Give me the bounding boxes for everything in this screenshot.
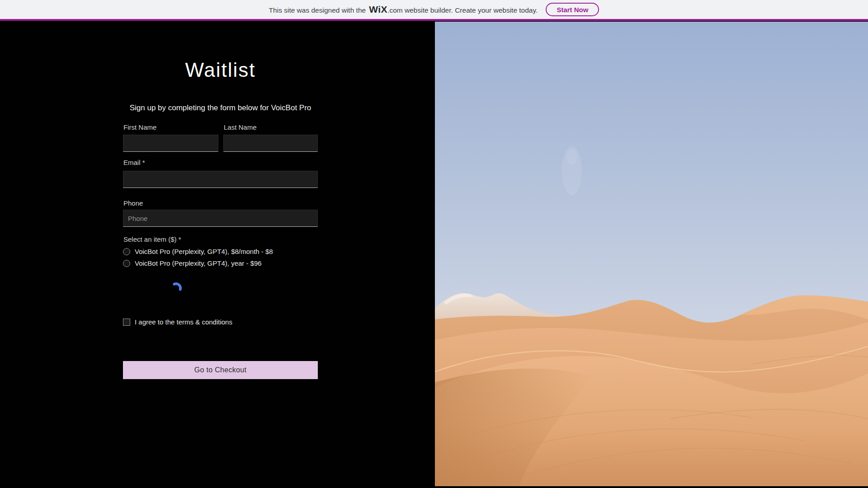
terms-checkbox-label[interactable]: I agree to the terms & conditions: [135, 318, 232, 326]
desert-image: [435, 21, 868, 486]
first-name-label: First Name: [123, 123, 156, 131]
banner-message: This site was designed with theWiX.com w…: [269, 4, 538, 15]
loading-spinner-icon: [170, 282, 182, 294]
email-label: Email *: [123, 159, 145, 166]
terms-checkbox[interactable]: [123, 319, 130, 326]
wix-logo: WiX: [369, 4, 387, 14]
waitlist-panel: Waitlist Sign up by completing the form …: [0, 21, 435, 486]
plan-option-monthly[interactable]: VoicBot Pro (Perplexity, GPT4), $8/month…: [123, 248, 273, 255]
desert-dunes-illustration: [435, 22, 868, 486]
plan-option-monthly-label[interactable]: VoicBot Pro (Perplexity, GPT4), $8/month…: [135, 248, 273, 255]
radio-monthly-icon[interactable]: [123, 248, 130, 255]
start-now-button[interactable]: Start Now: [546, 3, 599, 16]
plan-option-yearly-label[interactable]: VoicBot Pro (Perplexity, GPT4), year - $…: [135, 259, 262, 267]
last-name-label: Last Name: [224, 123, 257, 131]
form-subtitle: Sign up by completing the form below for…: [123, 103, 318, 113]
phone-input[interactable]: [123, 210, 318, 227]
waitlist-form: Waitlist Sign up by completing the form …: [123, 21, 318, 486]
go-to-checkout-button[interactable]: Go to Checkout: [123, 361, 318, 379]
wix-banner: This site was designed with theWiX.com w…: [0, 0, 868, 21]
page-title: Waitlist: [123, 59, 318, 81]
terms-checkbox-row[interactable]: I agree to the terms & conditions: [123, 318, 232, 326]
plan-option-yearly[interactable]: VoicBot Pro (Perplexity, GPT4), year - $…: [123, 259, 262, 267]
email-input[interactable]: [123, 171, 318, 188]
page-body: Waitlist Sign up by completing the form …: [0, 21, 868, 486]
banner-text-after: .com website builder. Create your websit…: [387, 6, 538, 14]
radio-yearly-icon[interactable]: [123, 260, 130, 267]
phone-label: Phone: [123, 199, 143, 207]
select-item-label: Select an item ($) *: [123, 235, 181, 243]
first-name-input[interactable]: [123, 135, 218, 152]
banner-text-before: This site was designed with the: [269, 6, 366, 14]
last-name-input[interactable]: [223, 135, 318, 152]
